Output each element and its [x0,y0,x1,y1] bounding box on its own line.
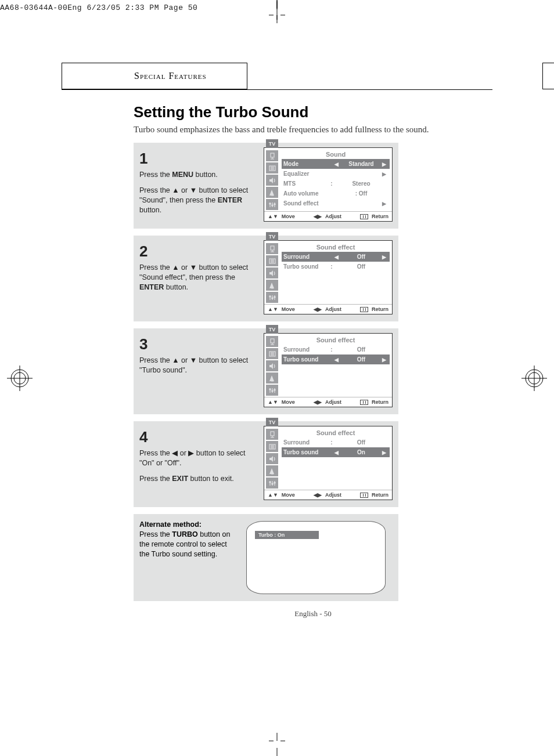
registration-left [7,366,33,391]
updown-icon: ▲▼ [268,399,278,405]
osd-icon-column: TV [264,426,279,490]
osd-side-icon [266,360,278,371]
step-number: 3 [139,334,258,355]
leftright-icon: ◀▶ [314,306,322,312]
footer-move: Move [282,399,295,405]
osd-side-icon [266,175,278,186]
svg-rect-63 [271,432,274,436]
step-number: 2 [139,241,258,262]
lead-paragraph: Turbo sound emphasizes the bass and treb… [134,125,492,135]
osd-row: Mode◀Standard▶ [282,159,390,169]
step-paragraph: Press the ◀ or ▶ button to select "On" o… [139,448,258,468]
osd-side-icon [266,348,278,359]
osd-side-icon [266,150,278,161]
svg-point-75 [271,483,272,484]
footer-adjust: Adjust [325,399,341,405]
osd-side-icon [266,243,278,254]
osd-row: Turbo sound◀On▶ [282,447,390,457]
footer-adjust: Adjust [325,214,341,219]
updown-icon: ▲▼ [268,492,278,498]
osd-panel: TVSound effectSurround:OffTurbo sound◀Of… [264,333,393,407]
osd-side-icon [266,255,278,266]
tv-badge: TV [266,139,278,148]
osd-icon-column: TV [264,148,279,211]
osd-title: Sound effect [282,335,390,345]
tv-banner-text: Turbo : On [255,531,319,539]
content-column: Setting the Turbo Sound Turbo sound emph… [134,103,492,618]
footer-move: Move [282,492,295,498]
osd-row: Auto volume: Off [282,189,390,198]
page-title: Setting the Turbo Sound [134,103,492,121]
osd-panel: TVSound effectSurround◀Off▶Turbo sound:O… [264,240,393,314]
osd-side-icon [266,199,278,210]
svg-rect-28 [271,195,274,196]
tv-badge: TV [266,418,278,426]
crop-mark-bottom [265,733,289,756]
svg-point-60 [269,388,270,389]
osd-row: MTS:Stereo [282,179,390,189]
step-card: 3Press the ▲ or ▼ button to select "Turb… [134,328,398,414]
svg-rect-21 [271,153,274,157]
osd-side-icon [266,336,278,347]
osd-side-icon [266,280,278,291]
footer-return: Return [372,399,388,405]
alternate-title: Alternate method: [139,520,237,530]
svg-point-61 [271,390,272,391]
registration-right [521,366,547,391]
osd-side-icon [266,162,278,173]
footer-move: Move [282,306,295,312]
svg-point-62 [274,389,275,390]
return-icon [360,493,368,498]
step-paragraph: Press the ▲ or ▼ button to select "Turbo… [139,356,258,375]
osd-side-icon [266,453,278,464]
svg-point-34 [274,203,275,204]
print-header-line: AA68-03644A-00Eng 6/23/05 2:33 PM Page 5… [0,3,197,12]
section-rule [62,89,492,90]
svg-rect-35 [271,246,274,250]
osd-footer: ▲▼Move◀▶AdjustReturn [264,397,392,407]
osd-side-icon [266,478,278,489]
osd-side-icon [266,385,278,396]
step-number: 4 [139,427,258,447]
updown-icon: ▲▼ [268,306,278,312]
return-icon [360,307,368,312]
section-header: Special Features [134,71,207,81]
alternate-body-bold: TURBO [172,530,197,538]
step-card: 2Press the ▲ or ▼ button to select "Soun… [134,236,398,321]
return-icon [360,214,368,219]
osd-footer: ▲▼Move◀▶AdjustReturn [264,304,392,314]
osd-icon-column: TV [264,241,279,304]
svg-point-74 [269,481,270,482]
osd-row: Equalizer▶ [282,169,390,179]
osd-row: Surround◀Off▶ [282,252,390,262]
osd-title: Sound effect [282,428,390,437]
return-icon [360,400,368,405]
step-number: 1 [139,149,258,169]
step-paragraph: Press the ▲ or ▼ button to select "Sound… [139,263,258,292]
footer-adjust: Adjust [325,492,341,498]
alternate-body-pre: Press the [139,530,172,538]
svg-rect-49 [271,339,274,343]
osd-side-icon [266,372,278,384]
svg-point-47 [271,297,272,298]
svg-point-32 [269,202,270,204]
footer-move: Move [282,214,295,219]
section-header-box: Special Features [62,63,247,89]
crop-mark-right [542,63,554,89]
osd-footer: ▲▼Move◀▶AdjustReturn [264,211,392,221]
step-card: 4Press the ◀ or ▶ button to select "On" … [134,421,398,507]
osd-side-icon [266,441,278,452]
osd-row: Turbo sound:Off [282,262,390,272]
leftright-icon: ◀▶ [314,492,322,498]
updown-icon: ▲▼ [268,214,278,219]
alternate-method-card: Alternate method: Press the TURBO button… [134,514,398,601]
page-area: Special Features Setting the Turbo Sound… [44,19,510,726]
osd-row: Surround:Off [282,345,390,355]
tv-preview: Turbo : On [246,521,386,594]
svg-point-33 [271,204,272,205]
osd-side-icon [266,465,278,476]
osd-row: Surround:Off [282,437,390,447]
osd-title: Sound effect [282,242,390,252]
svg-point-48 [274,296,275,297]
leftright-icon: ◀▶ [314,214,322,219]
